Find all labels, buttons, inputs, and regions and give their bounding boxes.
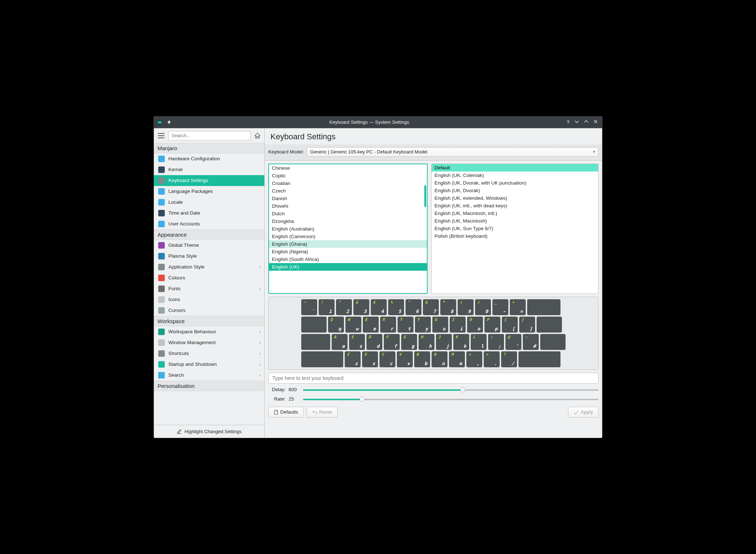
chevron-right-icon: › (259, 264, 261, 270)
variant-list-item[interactable]: English (UK, Macintosh, intl.) (432, 210, 598, 217)
keyboard-key: &7 (423, 299, 439, 315)
layout-list-item[interactable]: Croatian (269, 179, 427, 187)
menu-icon[interactable] (157, 133, 165, 138)
sidebar-item[interactable]: Hardware Configuration (154, 153, 264, 164)
sidebar-item[interactable]: Window Management› (154, 337, 264, 348)
sidebar-item[interactable]: Keyboard Settings (154, 175, 264, 186)
variant-list-item[interactable]: English (UK, Macintosh) (432, 217, 598, 225)
page-title: Keyboard Settings (265, 128, 602, 144)
layouts-listbox[interactable]: ChineseCopticCroatianCzechDanishDhivehiD… (268, 164, 428, 294)
pin-icon[interactable] (166, 119, 172, 125)
sidebar-item[interactable]: Fonts› (154, 283, 264, 294)
variant-list-item[interactable]: English (UK, Sun Type 6/7) (432, 225, 598, 232)
sidebar-item-icon (158, 307, 165, 314)
keyboard-model-combo[interactable]: Generic | Generic 105-key PC - Default K… (307, 147, 598, 157)
rate-slider[interactable] (303, 396, 598, 402)
variant-list-item[interactable]: English (UK, Colemak) (432, 172, 598, 179)
minimize-icon[interactable] (575, 119, 579, 125)
sidebar-item[interactable]: Plasma Style (154, 251, 264, 262)
sidebar-item[interactable]: User Accounts (154, 219, 264, 229)
keyboard-key: Ss (349, 334, 365, 350)
sidebar-item-icon (158, 339, 165, 346)
close-icon[interactable] (593, 119, 598, 125)
keyboard-model-label: Keyboard Model: (268, 149, 304, 155)
variant-list-item[interactable]: English (UK, intl., with dead keys) (432, 202, 598, 210)
home-icon[interactable] (253, 132, 261, 140)
sidebar-item[interactable]: Language Packages (154, 186, 264, 197)
layout-list-item[interactable]: Danish (269, 195, 427, 202)
sidebar-item-icon (158, 177, 165, 184)
rate-slider-row: Rate: 25 (268, 396, 598, 402)
layout-list-item[interactable]: Chinese (269, 164, 427, 172)
sidebar-item-icon (158, 253, 165, 259)
sidebar-section-header: Manjaro (154, 143, 264, 153)
sidebar-item-label: Workspace Behaviour (168, 329, 216, 334)
sidebar-item[interactable]: Kernel (154, 164, 264, 175)
keyboard-key: Nn (432, 351, 448, 367)
keyboard-key: ¬` (301, 299, 317, 315)
rate-value: 25 (289, 396, 300, 402)
keyboard-key: Mm (449, 351, 465, 367)
variants-listbox[interactable]: DefaultEnglish (UK, Colemak)English (UK,… (431, 164, 598, 294)
variant-list-item[interactable]: Polish (British keyboard) (432, 232, 598, 240)
help-icon[interactable]: ? (567, 119, 570, 125)
sidebar-item[interactable]: Colours (154, 272, 264, 283)
maximize-icon[interactable] (584, 119, 588, 125)
layout-list-item[interactable]: English (Australian) (269, 225, 427, 233)
defaults-button[interactable]: Defaults (268, 407, 304, 418)
window: Keyboard Settings — System Settings ? (154, 116, 602, 438)
keyboard-key: (9 (458, 299, 474, 315)
chevron-right-icon: › (259, 340, 261, 345)
layout-list-item[interactable]: English (Nigeria) (269, 248, 427, 255)
scrollbar-thumb[interactable] (424, 185, 426, 207)
layout-list-item[interactable]: Czech (269, 187, 427, 195)
sidebar-item-label: Colours (168, 275, 185, 280)
sidebar-item[interactable]: Application Style› (154, 262, 264, 272)
sidebar-item[interactable]: Global Theme (154, 240, 264, 251)
variant-list-item[interactable]: English (UK, Dvorak, with UK punctuation… (432, 179, 598, 187)
layout-list-item[interactable]: English (Ghana) (269, 240, 427, 248)
layout-list-item[interactable]: Dhivehi (269, 202, 427, 210)
keyboard-key: ?/ (501, 351, 517, 367)
variant-list-item[interactable]: Default (432, 164, 598, 172)
variant-list-item[interactable]: English (UK, extended, Windows) (432, 194, 598, 202)
sidebar-item[interactable]: Workspace Behaviour› (154, 326, 264, 337)
sidebar-item[interactable]: Cursors (154, 305, 264, 316)
sidebar-item[interactable]: Locale (154, 197, 264, 208)
layout-list-item[interactable]: Coptic (269, 172, 427, 179)
delay-label: Delay: (268, 387, 286, 392)
keyboard-key: *8 (440, 299, 456, 315)
keyboard-preview: ¬`!1"2£3$4%5^6&7*8(9)0_-+=QqWwEeRrTtYyUu… (268, 297, 598, 370)
delay-slider[interactable] (303, 386, 598, 393)
sidebar-item-label: Hardware Configuration (168, 156, 220, 161)
test-keyboard-input[interactable] (268, 373, 598, 384)
chevron-right-icon: › (259, 351, 261, 356)
apply-button: Apply (568, 407, 598, 418)
layout-list-item[interactable]: Dutch (269, 210, 427, 217)
keyboard-key: Ll (471, 334, 487, 350)
sidebar-item-icon (158, 275, 165, 281)
keyboard-key (301, 351, 343, 367)
sidebar-item-label: Language Packages (168, 189, 213, 194)
search-input[interactable] (168, 131, 251, 140)
layout-list-item[interactable]: English (Cameroon) (269, 233, 427, 240)
highlight-changed-button[interactable]: Highlight Changed Settings (154, 425, 264, 438)
sidebar-item[interactable]: Search› (154, 370, 264, 381)
variant-list-item[interactable]: English (UK, Dvorak) (432, 187, 598, 194)
sidebar-item-icon (158, 361, 165, 368)
keyboard-key (518, 351, 560, 367)
keyboard-key (537, 317, 562, 333)
sidebar-item[interactable]: Shortcuts› (154, 348, 264, 359)
layout-list-item[interactable]: English (South Africa) (269, 255, 427, 263)
keyboard-key: Ii (450, 317, 466, 333)
chevron-right-icon: › (259, 329, 261, 334)
sidebar-item-label: Locale (168, 199, 183, 205)
sidebar-item[interactable]: Time and Date (154, 208, 264, 219)
sidebar-item[interactable]: Startup and Shutdown› (154, 359, 264, 370)
apply-label: Apply (581, 409, 593, 415)
main-panel: Keyboard Settings Keyboard Model: Generi… (265, 128, 602, 438)
sidebar-item-label: Startup and Shutdown (168, 361, 217, 367)
sidebar-item[interactable]: Icons (154, 294, 264, 305)
layout-list-item[interactable]: Dzongkha (269, 217, 427, 225)
layout-list-item[interactable]: English (UK) (269, 263, 427, 271)
